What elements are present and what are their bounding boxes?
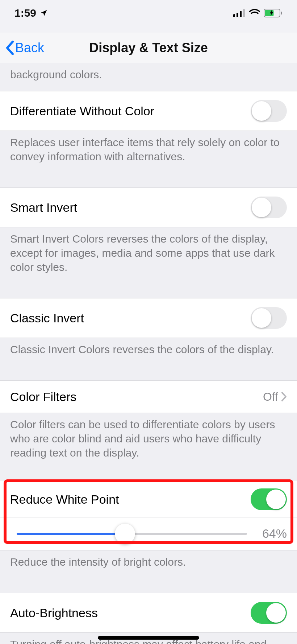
slider-fill: [17, 533, 125, 535]
classic-invert-cell: Classic Invert: [0, 298, 297, 338]
back-button[interactable]: Back: [0, 40, 44, 55]
status-right: [233, 9, 283, 17]
reduce-white-point-slider-row: 64%: [0, 517, 297, 550]
reduce-white-point-label: Reduce White Point: [10, 492, 119, 507]
differentiate-without-color-footer: Replaces user interface items that rely …: [0, 131, 297, 173]
auto-brightness-toggle[interactable]: [251, 602, 287, 624]
svg-rect-0: [233, 14, 235, 17]
navigation-bar: Back Display & Text Size: [0, 33, 297, 63]
svg-rect-6: [281, 12, 282, 15]
classic-invert-footer: Classic Invert Colors reverses the color…: [0, 338, 297, 366]
smart-invert-toggle[interactable]: [251, 197, 287, 218]
chevron-left-icon: [5, 41, 14, 55]
wifi-icon: [249, 9, 260, 17]
svg-rect-3: [243, 9, 245, 17]
svg-rect-1: [237, 13, 238, 17]
reduce-white-point-cell: Reduce White Point: [0, 480, 297, 517]
color-filters-footer: Color filters can be used to differentia…: [0, 413, 297, 469]
color-filters-value: Off: [263, 390, 278, 404]
slider-thumb[interactable]: [115, 524, 135, 544]
svg-rect-2: [240, 11, 242, 17]
back-label: Back: [15, 40, 44, 55]
auto-brightness-label: Auto-Brightness: [10, 606, 98, 620]
smart-invert-cell: Smart Invert: [0, 187, 297, 227]
reduce-white-point-section: Reduce White Point 64%: [0, 480, 297, 550]
reduce-white-point-toggle[interactable]: [251, 488, 287, 510]
status-time: 1:59: [14, 7, 36, 19]
settings-content[interactable]: background colors. Differentiate Without…: [0, 63, 297, 644]
page-title: Display & Text Size: [0, 40, 297, 55]
differentiate-without-color-label: Differentiate Without Color: [10, 104, 154, 118]
status-bar: 1:59: [0, 0, 297, 26]
color-filters-value-wrap: Off: [263, 390, 287, 404]
cellular-signal-icon: [233, 9, 246, 17]
differentiate-without-color-cell: Differentiate Without Color: [0, 91, 297, 131]
chevron-right-icon: [281, 392, 287, 401]
location-services-icon: [40, 9, 48, 17]
reduce-white-point-percent: 64%: [254, 527, 287, 541]
status-left: 1:59: [14, 7, 48, 19]
classic-invert-label: Classic Invert: [10, 311, 84, 325]
classic-invert-toggle[interactable]: [251, 307, 287, 329]
reduce-white-point-footer: Reduce the intensity of bright colors.: [0, 550, 297, 578]
smart-invert-footer: Smart Invert Colors reverses the colors …: [0, 227, 297, 284]
reduce-white-point-slider[interactable]: [17, 533, 247, 535]
auto-brightness-cell: Auto-Brightness: [0, 593, 297, 633]
differentiate-without-color-toggle[interactable]: [251, 100, 287, 122]
truncated-prior-footer: background colors.: [0, 63, 297, 91]
home-indicator[interactable]: [98, 636, 199, 640]
smart-invert-label: Smart Invert: [10, 201, 77, 215]
battery-charging-icon: [264, 9, 283, 17]
color-filters-cell[interactable]: Color Filters Off: [0, 380, 297, 413]
color-filters-label: Color Filters: [10, 390, 76, 404]
